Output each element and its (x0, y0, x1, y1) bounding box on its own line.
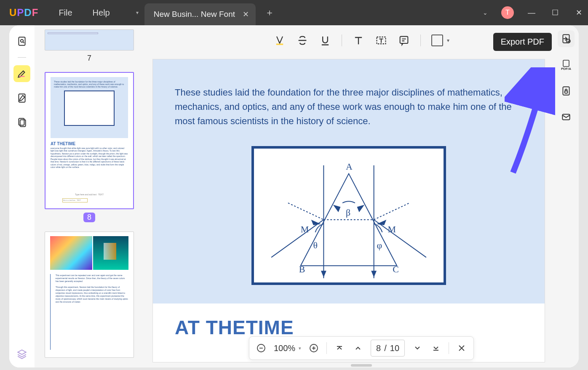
page-paragraph: These studies laid the foundation for th… (175, 85, 523, 128)
prev-page-button[interactable] (352, 342, 364, 354)
tab-title: New Busin... New Font (154, 10, 235, 19)
page-view[interactable]: These studies laid the foundation for th… (152, 59, 545, 362)
svg-line-16 (374, 220, 426, 257)
pdfa-button[interactable]: PDF/A (558, 56, 575, 73)
minimize-button[interactable]: — (526, 8, 537, 17)
window-controls: ⌄ T — ☐ ✕ (483, 0, 585, 25)
protect-button[interactable] (558, 83, 575, 99)
svg-rect-6 (400, 37, 408, 43)
svg-line-15 (271, 220, 323, 257)
svg-text:B: B (299, 264, 305, 274)
strikethrough-button[interactable] (296, 34, 309, 47)
maximize-button[interactable]: ☐ (549, 8, 561, 17)
close-window-button[interactable]: ✕ (573, 8, 585, 17)
close-bottombar-button[interactable] (456, 342, 468, 354)
shape-button[interactable] (431, 34, 444, 47)
svg-line-19 (374, 203, 409, 220)
app-logo: UPDF (9, 7, 38, 19)
bottombar-separator (326, 342, 327, 354)
share-button[interactable] (558, 109, 575, 125)
next-page-button[interactable] (412, 342, 423, 354)
highlight-button[interactable] (273, 34, 286, 47)
svg-rect-0 (19, 37, 25, 45)
user-avatar[interactable]: T (501, 6, 514, 19)
svg-text:φ: φ (377, 240, 382, 250)
svg-text:C: C (393, 264, 399, 274)
page-highlight-block: These studies laid the foundation for th… (153, 59, 545, 303)
svg-text:β: β (346, 208, 350, 218)
note-button[interactable] (398, 34, 410, 47)
zoom-dropdown-icon[interactable]: ▾ (299, 346, 301, 351)
underline-button[interactable] (319, 34, 331, 47)
first-page-button[interactable] (334, 342, 345, 354)
highlighter-tool[interactable] (13, 65, 30, 82)
toolbar-separator (420, 35, 421, 46)
thumbnail-label-7: 7 (43, 54, 136, 63)
tab-list-dropdown[interactable]: ▾ (130, 10, 144, 16)
export-pdf-button[interactable] (558, 30, 575, 47)
titlebar-dropdown[interactable]: ⌄ (483, 9, 488, 16)
thumbnail-page-8[interactable]: These studies laid the foundation for th… (45, 72, 134, 209)
right-toolbar: PDF/A (558, 30, 575, 125)
zoom-in-button[interactable] (308, 342, 320, 354)
thumbnail-panel[interactable]: 7 These studies laid the foundation for … (35, 25, 144, 367)
thumbnail-label-8: 8 (43, 213, 136, 222)
shape-dropdown-icon[interactable]: ▾ (447, 37, 449, 43)
edit-tool[interactable] (13, 90, 30, 106)
bottom-toolbar: 100%▾ 8 / 10 (249, 336, 474, 360)
pages-tool[interactable] (13, 114, 30, 131)
toolbar-separator (18, 57, 26, 58)
page-input[interactable]: 8 / 10 (371, 340, 405, 357)
workspace: 7 These studies laid the foundation for … (9, 25, 579, 367)
annotation-toolbar: ▾ (273, 30, 449, 51)
svg-text:θ: θ (313, 240, 318, 250)
last-page-button[interactable] (430, 342, 442, 354)
drag-handle[interactable] (351, 364, 372, 367)
textbox-button[interactable] (375, 34, 388, 47)
export-pdf-tooltip: Export PDF (493, 33, 552, 51)
svg-rect-9 (563, 60, 569, 67)
prism-diagram: A B C M M θ φ β (251, 146, 446, 285)
zoom-display[interactable]: 100%▾ (274, 343, 301, 353)
svg-text:M: M (301, 224, 309, 234)
zoom-out-button[interactable] (255, 342, 267, 354)
menu-file[interactable]: File (59, 8, 72, 18)
svg-text:M: M (388, 224, 396, 234)
tab-area: ▾ New Busin... New Font ✕ ＋ (130, 0, 274, 25)
thumbnail-page-9[interactable]: This experiment can be repeated over and… (45, 232, 134, 358)
tab-close-icon[interactable]: ✕ (243, 10, 249, 19)
svg-text:A: A (346, 162, 353, 172)
tab-add-button[interactable]: ＋ (265, 6, 274, 19)
tab-active[interactable]: New Busin... New Font ✕ (144, 3, 256, 25)
left-toolbar (9, 25, 35, 367)
layers-button[interactable] (13, 346, 30, 362)
text-button[interactable] (352, 34, 365, 47)
page-heading: AT THETIME (175, 316, 545, 339)
toolbar-separator (342, 35, 342, 46)
bottombar-separator (449, 342, 449, 354)
svg-line-18 (288, 203, 323, 220)
search-tool[interactable] (13, 33, 30, 50)
titlebar: UPDF File Help ▾ New Busin... New Font ✕… (0, 0, 588, 25)
menu-help[interactable]: Help (93, 8, 110, 18)
svg-rect-11 (565, 91, 568, 93)
thumbnail-page-7[interactable] (45, 29, 134, 51)
main-area: ▾ Export PDF PDF/A These studies (144, 25, 579, 367)
